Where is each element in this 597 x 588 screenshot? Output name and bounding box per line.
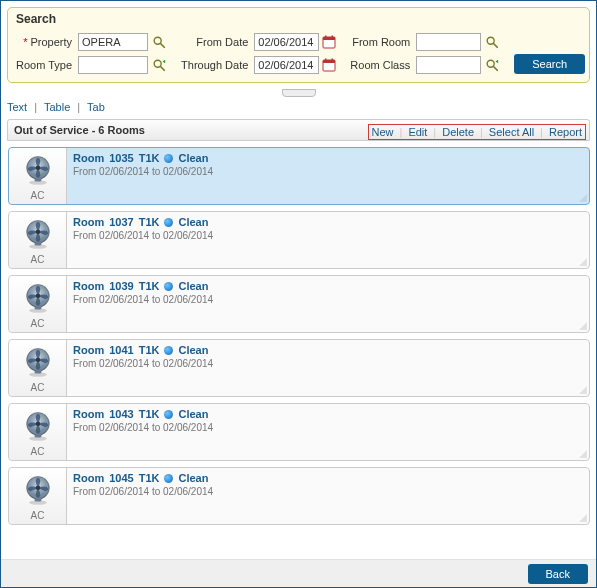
action-delete[interactable]: Delete (442, 126, 474, 138)
results-title: Out of Service - 6 Rooms (14, 124, 145, 136)
resize-grip-icon (579, 386, 587, 394)
action-new[interactable]: New (372, 126, 394, 138)
room-type: T1K (139, 152, 160, 164)
status-dot-icon (164, 410, 173, 419)
property-input[interactable] (78, 33, 148, 51)
card-dates: From 02/06/2014 to 02/06/2014 (73, 422, 583, 433)
room-status: Clean (178, 472, 208, 484)
room-status: Clean (178, 344, 208, 356)
fan-icon (21, 344, 55, 380)
card-body: Room 1041 T1K Clean From 02/06/2014 to 0… (67, 340, 589, 396)
room-prefix: Room (73, 152, 104, 164)
search-button[interactable]: Search (514, 54, 585, 74)
card-thumbnail: AC (9, 212, 67, 268)
room-prefix: Room (73, 408, 104, 420)
thumb-label: AC (31, 190, 45, 201)
footer: Back (1, 559, 596, 587)
fan-icon (21, 280, 55, 316)
results-list: AC Room 1035 T1K Clean From 02/06/2014 t… (7, 141, 590, 553)
card-body: Room 1045 T1K Clean From 02/06/2014 to 0… (67, 468, 589, 524)
room-prefix: Room (73, 472, 104, 484)
svg-line-13 (494, 44, 498, 48)
thumb-label: AC (31, 382, 45, 393)
action-edit[interactable]: Edit (408, 126, 427, 138)
action-select-all[interactable]: Select All (489, 126, 534, 138)
room-number: 1043 (109, 408, 133, 420)
search-go-icon[interactable] (484, 57, 500, 73)
svg-point-40 (35, 357, 40, 362)
list-item[interactable]: AC Room 1039 T1K Clean From 02/06/2014 t… (8, 275, 590, 333)
property-label: * Property (16, 36, 75, 48)
room-type: T1K (139, 216, 160, 228)
svg-rect-51 (34, 498, 41, 501)
through-date-label: Through Date (181, 59, 251, 71)
back-button[interactable]: Back (528, 564, 588, 584)
resize-grip-icon (579, 450, 587, 458)
card-dates: From 02/06/2014 to 02/06/2014 (73, 486, 583, 497)
list-item[interactable]: AC Room 1037 T1K Clean From 02/06/2014 t… (8, 211, 590, 269)
status-dot-icon (164, 218, 173, 227)
tab-tab[interactable]: Tab (87, 101, 105, 113)
search-title: Search (16, 12, 581, 26)
room-status: Clean (178, 280, 208, 292)
resize-grip-icon (579, 258, 587, 266)
svg-point-50 (35, 485, 40, 490)
tab-text[interactable]: Text (7, 101, 27, 113)
card-body: Room 1043 T1K Clean From 02/06/2014 to 0… (67, 404, 589, 460)
card-title: Room 1039 T1K Clean (73, 280, 583, 292)
card-thumbnail: AC (9, 276, 67, 332)
list-item[interactable]: AC Room 1041 T1K Clean From 02/06/2014 t… (8, 339, 590, 397)
fan-icon (21, 472, 55, 508)
room-type: T1K (139, 280, 160, 292)
svg-line-7 (161, 44, 165, 48)
list-item[interactable]: AC Room 1035 T1K Clean From 02/06/2014 t… (8, 147, 590, 205)
card-dates: From 02/06/2014 to 02/06/2014 (73, 358, 583, 369)
card-body: Room 1039 T1K Clean From 02/06/2014 to 0… (67, 276, 589, 332)
resize-grip-icon (579, 194, 587, 202)
fan-icon (21, 216, 55, 252)
app-window: Search * Property From Date From Room (0, 0, 597, 588)
card-body: Room 1037 T1K Clean From 02/06/2014 to 0… (67, 212, 589, 268)
results-actions: New| Edit| Delete| Select All| Report (368, 124, 587, 140)
svg-rect-41 (34, 370, 41, 373)
from-room-input[interactable] (416, 33, 481, 51)
room-prefix: Room (73, 344, 104, 356)
search-icon[interactable] (484, 34, 500, 50)
room-number: 1039 (109, 280, 133, 292)
room-type-input[interactable] (78, 56, 148, 74)
fan-icon (21, 152, 55, 188)
svg-rect-18 (325, 59, 327, 62)
svg-rect-10 (325, 36, 327, 39)
action-report[interactable]: Report (549, 126, 582, 138)
list-item[interactable]: AC Room 1043 T1K Clean From 02/06/2014 t… (8, 403, 590, 461)
results-header: Out of Service - 6 Rooms New| Edit| Dele… (7, 119, 590, 141)
card-title: Room 1045 T1K Clean (73, 472, 583, 484)
search-icon[interactable] (151, 34, 167, 50)
thumb-label: AC (31, 510, 45, 521)
room-class-input[interactable] (416, 56, 481, 74)
room-number: 1037 (109, 216, 133, 228)
collapse-handle[interactable] (282, 89, 316, 97)
svg-rect-46 (34, 434, 41, 437)
status-dot-icon (164, 474, 173, 483)
from-date-input[interactable] (254, 33, 319, 51)
svg-rect-26 (34, 178, 41, 181)
card-title: Room 1041 T1K Clean (73, 344, 583, 356)
room-type-label: Room Type (16, 59, 75, 71)
room-prefix: Room (73, 216, 104, 228)
room-type: T1K (139, 408, 160, 420)
svg-point-25 (35, 165, 40, 170)
svg-point-35 (35, 293, 40, 298)
through-date-input[interactable] (254, 56, 319, 74)
card-thumbnail: AC (9, 404, 67, 460)
search-go-icon[interactable] (151, 57, 167, 73)
room-number: 1035 (109, 152, 133, 164)
tab-table[interactable]: Table (44, 101, 70, 113)
card-title: Room 1037 T1K Clean (73, 216, 583, 228)
svg-point-45 (35, 421, 40, 426)
room-type: T1K (139, 472, 160, 484)
calendar-icon[interactable] (322, 58, 336, 72)
calendar-icon[interactable] (322, 35, 336, 49)
list-item[interactable]: AC Room 1045 T1K Clean From 02/06/2014 t… (8, 467, 590, 525)
svg-rect-11 (332, 36, 334, 39)
